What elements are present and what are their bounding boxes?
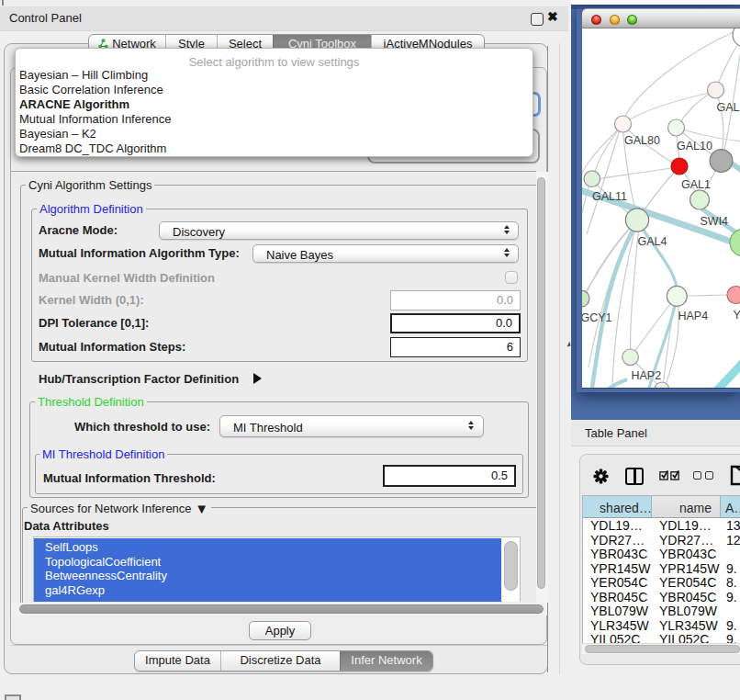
svg-text:GAL10: GAL10 bbox=[677, 140, 712, 152]
svg-text:GAL2: GAL2 bbox=[717, 101, 740, 114]
svg-text:GAL80: GAL80 bbox=[624, 134, 660, 147]
svg-text:SWI4: SWI4 bbox=[701, 215, 729, 228]
svg-text:GAL1: GAL1 bbox=[681, 178, 711, 191]
svg-text:HAP2: HAP2 bbox=[632, 369, 662, 382]
svg-text:GCY1: GCY1 bbox=[582, 311, 612, 324]
svg-text:YM: YM bbox=[734, 309, 740, 322]
svg-text:HAP4: HAP4 bbox=[678, 310, 709, 322]
svg-text:GAL4: GAL4 bbox=[638, 235, 667, 248]
svg-text:GAL11: GAL11 bbox=[592, 190, 627, 203]
